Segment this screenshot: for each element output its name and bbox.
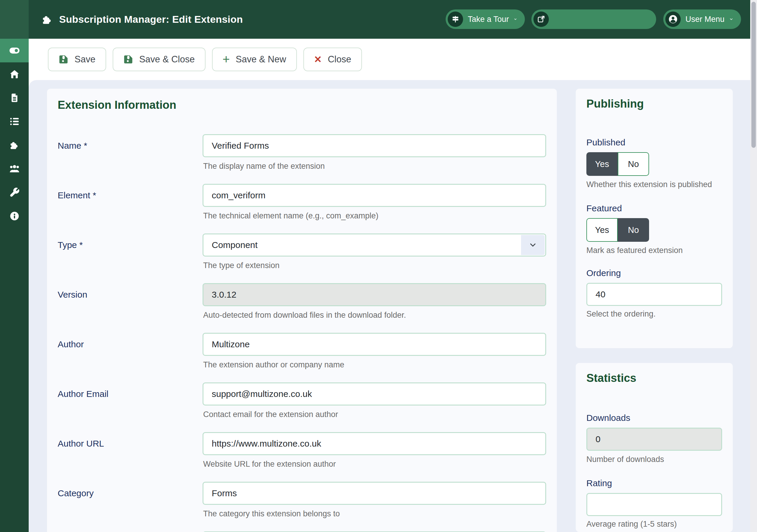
name-input[interactable]: Verified Forms [202, 134, 546, 157]
ordering-label: Ordering [587, 268, 722, 278]
type-label: Type * [58, 233, 202, 270]
name-value: Verified Forms [212, 141, 269, 151]
published-help: Whether this extension is published [587, 180, 722, 189]
featured-help: Mark as featured extension [587, 246, 722, 255]
downloads-input: 0 [587, 428, 722, 451]
extension-information-panel: Extension Information Name * Verified Fo… [47, 89, 557, 532]
puzzle-icon [9, 140, 20, 150]
author-email-help: Contact email for the extension author [203, 410, 546, 419]
featured-toggle: Yes No [587, 218, 649, 242]
sidebar-item-toggle[interactable] [0, 39, 29, 62]
chevron-down-icon [521, 235, 545, 255]
ordering-input[interactable]: 40 [587, 283, 722, 306]
statistics-panel: Statistics Downloads 0 Number of downloa… [576, 363, 733, 532]
featured-yes-button[interactable]: Yes [587, 218, 618, 242]
plus-icon: + [223, 54, 230, 64]
featured-no-button[interactable]: No [618, 218, 649, 242]
take-a-tour-label: Take a Tour [468, 15, 509, 24]
close-x-icon: ✕ [314, 54, 322, 64]
author-url-value: https://www.multizone.co.uk [212, 439, 321, 449]
author-url-label: Author URL [58, 432, 202, 469]
name-label: Name * [58, 134, 202, 171]
publishing-title: Publishing [587, 98, 722, 110]
extension-information-title: Extension Information [58, 99, 546, 111]
take-a-tour-button[interactable]: Take a Tour [446, 10, 525, 29]
sidebar-item-list[interactable] [0, 110, 29, 133]
author-help: The extension author or company name [203, 360, 546, 369]
save-and-new-label: Save & New [236, 54, 286, 65]
statistics-title: Statistics [587, 372, 722, 385]
user-menu-button[interactable]: User Menu [663, 10, 741, 29]
element-input[interactable]: com_veriform [202, 184, 546, 207]
users-icon [8, 163, 21, 174]
save-and-close-label: Save & Close [139, 54, 195, 65]
save-label: Save [75, 54, 96, 65]
rating-help: Average rating (1-5 stars) [587, 519, 722, 529]
field-row-author-email: Author Email support@multizone.co.uk Con… [58, 382, 546, 419]
logo-corner [0, 0, 29, 39]
author-input[interactable]: Multizone [202, 333, 546, 356]
version-label: Version [58, 283, 202, 320]
document-icon [9, 93, 20, 103]
chevron-down-icon [729, 16, 733, 23]
rating-input[interactable] [587, 493, 722, 516]
author-url-help: Website URL for the extension author [203, 459, 546, 469]
author-value: Multizone [212, 339, 250, 349]
downloads-value: 0 [595, 434, 601, 444]
ordering-help: Select the ordering. [587, 310, 722, 319]
published-no-button[interactable]: No [618, 152, 649, 176]
published-yes-button[interactable]: Yes [587, 152, 618, 176]
info-icon [9, 211, 20, 222]
close-label: Close [328, 54, 351, 65]
category-label: Category [58, 482, 202, 518]
sidebar-item-extensions[interactable] [0, 133, 29, 157]
signpost-icon [448, 12, 463, 27]
field-row-element: Element * com_veriform The technical ele… [58, 184, 546, 221]
sidebar-item-home[interactable] [0, 62, 29, 86]
scrollbar-track[interactable] [750, 0, 757, 532]
chevron-down-icon [514, 16, 517, 23]
type-select[interactable]: Component [202, 233, 546, 256]
element-label: Element * [58, 184, 202, 221]
external-link-button[interactable] [531, 10, 656, 29]
category-help: The category this extension belongs to [203, 509, 546, 518]
featured-label: Featured [587, 203, 722, 213]
type-value: Component [212, 240, 257, 250]
category-input[interactable]: Forms [202, 482, 546, 505]
downloads-label: Downloads [587, 413, 722, 423]
field-row-author-url: Author URL https://www.multizone.co.uk W… [58, 432, 546, 469]
author-label: Author [58, 333, 202, 369]
page-title: Subscription Manager: Edit Extension [59, 14, 243, 25]
content-rounded-corner [29, 80, 41, 92]
version-help: Auto-detected from download files in the… [203, 310, 546, 320]
author-email-label: Author Email [58, 382, 202, 419]
sidebar-nav [0, 39, 29, 532]
author-url-input[interactable]: https://www.multizone.co.uk [202, 432, 546, 455]
external-link-icon [533, 12, 549, 27]
ordering-value: 40 [595, 289, 605, 299]
author-email-input[interactable]: support@multizone.co.uk [202, 382, 546, 405]
publishing-panel: Publishing Published Yes No Whether this… [576, 89, 733, 348]
sidebar-item-info[interactable] [0, 204, 29, 228]
type-help: The type of extension [203, 261, 546, 270]
save-and-new-button[interactable]: + Save & New [212, 47, 297, 71]
save-button[interactable]: Save [48, 47, 106, 71]
field-row-author: Author Multizone The extension author or… [58, 333, 546, 369]
scrollbar-thumb[interactable] [751, 2, 756, 148]
home-icon [9, 69, 20, 79]
toggle-icon [8, 45, 21, 56]
version-input: 3.0.12 [202, 283, 546, 306]
wrench-icon [9, 187, 20, 198]
published-toggle: Yes No [587, 152, 649, 176]
save-and-close-button[interactable]: Save & Close [113, 47, 205, 71]
sidebar-item-users[interactable] [0, 157, 29, 181]
sidebar-item-tools[interactable] [0, 181, 29, 204]
save-icon [59, 54, 69, 64]
author-email-value: support@multizone.co.uk [212, 389, 312, 399]
close-button[interactable]: ✕ Close [303, 47, 362, 71]
sidebar-item-documents[interactable] [0, 86, 29, 110]
published-label: Published [587, 137, 722, 147]
puzzle-icon [42, 14, 53, 25]
version-value: 3.0.12 [212, 290, 236, 300]
downloads-help: Number of downloads [587, 455, 722, 464]
